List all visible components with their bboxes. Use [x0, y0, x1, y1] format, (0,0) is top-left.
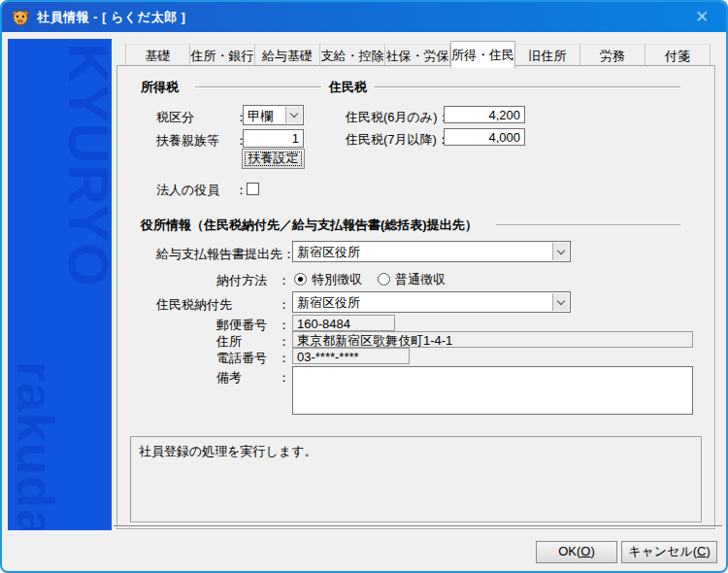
- memo-label: 備考: [216, 369, 242, 387]
- dependents-label: 扶養親族等: [156, 132, 219, 150]
- resident-tax-rule: [374, 86, 680, 87]
- chevron-down-icon: [557, 247, 565, 254]
- cancel-label: キャンセル(: [628, 544, 697, 558]
- memo-colon: ：: [278, 369, 290, 387]
- phone-field: 03-****-****: [292, 348, 410, 364]
- address-label: 住所: [216, 333, 242, 351]
- resident-tax-july-label: 住民税(7月以降)：: [346, 131, 449, 149]
- address-colon: ：: [278, 333, 290, 351]
- employee-info-window: 社員情報 - [ らくだ太郎 ] ✕ KYURYO rakuda 基礎 住所・銀…: [0, 0, 728, 573]
- income-resident-panel: 所得税 税区分 ： 甲欄 扶養親族等 ： 1 扶養設定 法人の役員 ： 住民税 …: [116, 65, 715, 529]
- phone-label: 電話番号: [216, 350, 267, 367]
- normal-collection-radio[interactable]: 普通徴収: [378, 271, 446, 288]
- income-tax-header: 所得税: [141, 79, 179, 96]
- report-destination-value: 新宿区役所: [297, 244, 360, 261]
- resident-tax-payee-value: 新宿区役所: [297, 294, 360, 312]
- address-field: 東京都新宿区歌舞伎町1-4-1: [292, 331, 693, 348]
- report-destination-dropdown-button[interactable]: [552, 243, 569, 260]
- tax-class-dropdown-button[interactable]: [285, 107, 302, 123]
- memo-textarea[interactable]: [292, 366, 693, 415]
- resident-tax-payee-dropdown-button[interactable]: [552, 293, 569, 311]
- kyuryo-watermark: KYURYO: [60, 43, 112, 287]
- payment-method-label: 納付方法: [216, 272, 267, 289]
- resident-tax-june-label: 住民税(6月のみ)：: [346, 109, 450, 126]
- status-box: 社員登録の処理を実行します。: [130, 436, 702, 522]
- close-button[interactable]: ✕: [690, 6, 713, 29]
- postal-code-field: 160-8484: [292, 315, 395, 331]
- resident-tax-header: 住民税: [329, 79, 367, 96]
- postal-code-label: 郵便番号: [216, 317, 267, 334]
- phone-colon: ：: [278, 350, 290, 367]
- dependents-count-input[interactable]: 1: [243, 129, 304, 148]
- ok-label: OK(: [558, 544, 580, 558]
- cancel-button[interactable]: キャンセル(C): [621, 541, 717, 563]
- resident-tax-payee-select[interactable]: 新宿区役所: [292, 291, 571, 313]
- radio-unselected-icon: [378, 273, 390, 286]
- postal-code-colon: ：: [278, 317, 290, 334]
- ok-button[interactable]: OK(O): [536, 541, 617, 563]
- corporate-officer-checkbox[interactable]: [247, 183, 259, 195]
- brand-sidebar: KYURYO rakuda: [8, 39, 112, 530]
- resident-tax-payee-colon: ：: [278, 296, 290, 314]
- cancel-label-suffix: ): [706, 544, 710, 558]
- normal-collection-label: 普通徴収: [395, 272, 446, 286]
- footer-divider: [114, 525, 722, 526]
- resident-tax-payee-label: 住民税納付先: [156, 296, 232, 314]
- status-message: 社員登録の処理を実行します。: [139, 444, 317, 458]
- close-icon: ✕: [695, 8, 709, 26]
- corporate-officer-label: 法人の役員: [156, 182, 219, 199]
- tab-income-resident[interactable]: 所得・住民: [450, 41, 515, 68]
- radio-selected-icon: [294, 273, 307, 286]
- office-info-rule: [496, 224, 680, 225]
- title-bar[interactable]: 社員情報 - [ らくだ太郎 ] ✕: [2, 2, 726, 32]
- ok-accesskey: O: [580, 544, 590, 558]
- app-camel-icon: [12, 9, 29, 26]
- ok-label-suffix: ): [590, 544, 594, 558]
- report-destination-select[interactable]: 新宿区役所: [292, 241, 571, 262]
- resident-tax-june-input[interactable]: 4,200: [444, 106, 525, 123]
- dependents-setting-button[interactable]: 扶養設定: [242, 149, 305, 169]
- income-tax-rule: [195, 86, 321, 87]
- tab-bar: 基礎 住所・銀行 給与基礎 支給・控除 社保・労保 所得・住民 旧住所 労務 付…: [125, 41, 711, 68]
- report-destination-label: 給与支払報告書提出先：: [156, 246, 295, 263]
- tax-class-label: 税区分: [156, 109, 194, 126]
- tax-class-value: 甲欄: [248, 108, 273, 125]
- special-collection-radio[interactable]: 特別徴収: [294, 271, 362, 288]
- tax-class-select[interactable]: 甲欄: [243, 105, 304, 125]
- chevron-down-icon: [557, 297, 565, 305]
- special-collection-label: 特別徴収: [312, 272, 362, 286]
- rakuda-watermark: rakuda: [10, 361, 62, 530]
- window-title: 社員情報 - [ らくだ太郎 ]: [37, 9, 185, 26]
- office-info-header: 役所情報（住民税納付先／給与支払報告書(総括表)提出先）: [141, 217, 478, 234]
- payment-method-colon: ：: [278, 272, 290, 289]
- resident-tax-july-input[interactable]: 4,000: [444, 128, 525, 146]
- chevron-down-icon: [290, 110, 298, 118]
